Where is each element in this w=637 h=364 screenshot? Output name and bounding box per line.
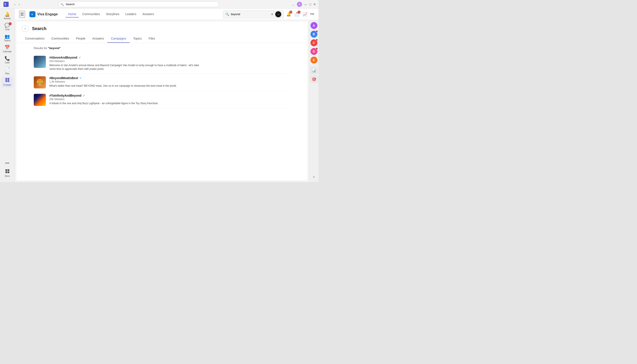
- sidebar-item-engage[interactable]: Engage: [1, 76, 14, 87]
- back-button[interactable]: ‹: [13, 2, 17, 7]
- campaign-info: #BeyondMeatIsBest ✓ 1.3k followers What'…: [49, 76, 290, 88]
- avatar-badge: [316, 48, 318, 50]
- campaign-description: Welcome to Van Arsdel's annual Above and…: [49, 64, 201, 71]
- search-back-button[interactable]: ‹: [22, 25, 29, 32]
- more-options-button[interactable]: •••: [310, 12, 314, 16]
- brand-logo-icon: V: [30, 11, 36, 17]
- sidebar-item-store[interactable]: Store: [1, 168, 14, 178]
- campaign-followers: 1.3k followers: [49, 80, 290, 83]
- beyond-meat-thumbnail: 🍔: [34, 76, 46, 88]
- svg-rect-3: [8, 78, 9, 80]
- svg-rect-8: [6, 172, 7, 173]
- search-tab-files[interactable]: Files: [145, 34, 159, 43]
- campaign-name-row: #BeyondMeatIsBest ✓: [49, 76, 290, 80]
- collapse-sidebar-button[interactable]: «: [311, 173, 316, 180]
- search-tab-communities[interactable]: Communities: [48, 34, 73, 43]
- notifications-button[interactable]: 🔔 12: [285, 11, 292, 18]
- teams-logo-icon: T: [3, 1, 10, 8]
- sidebar-item-files[interactable]: 📄 Files: [1, 66, 14, 76]
- nav-tab-communities[interactable]: Communities: [80, 11, 103, 18]
- close-button[interactable]: ✕: [313, 2, 316, 6]
- avatar[interactable]: A: [297, 2, 302, 7]
- mail-button[interactable]: 📩 5: [294, 11, 300, 18]
- right-icon-2[interactable]: 🎯: [310, 75, 318, 83]
- results-area: Results for "beyond" #AboveAndBeyond ✓: [17, 43, 307, 112]
- maximize-button[interactable]: □: [309, 2, 311, 6]
- results-label: Results for "beyond": [34, 46, 290, 50]
- nav-tab-leaders[interactable]: Leaders: [123, 11, 139, 18]
- hamburger-button[interactable]: ☰: [19, 10, 25, 18]
- nav-tab-answers[interactable]: Answers: [140, 11, 157, 18]
- sidebar-item-label: Store: [5, 175, 10, 177]
- titlebar-navigation: ‹ ›: [13, 2, 21, 7]
- campaign-followers: 534 followers: [49, 60, 290, 63]
- campaign-name: #ToInfinityAndBeyond: [49, 94, 81, 97]
- avatar-icon: A: [310, 22, 317, 29]
- campaign-description: A tribute to the one and only Buzz Light…: [49, 102, 201, 105]
- more-apps-button[interactable]: •••: [4, 159, 11, 167]
- trending-button[interactable]: 📈: [302, 11, 308, 18]
- search-tab-conversations[interactable]: Conversations: [22, 34, 48, 43]
- titlebar-actions: ... A — □ ✕: [292, 2, 316, 7]
- campaign-item[interactable]: #AboveAndBeyond ✓ 534 followers Welcome …: [34, 53, 290, 74]
- chat-badge: 1: [9, 22, 12, 25]
- right-icon-1[interactable]: 📊: [310, 66, 318, 74]
- campaign-info: #AboveAndBeyond ✓ 534 followers Welcome …: [49, 56, 290, 71]
- campaign-item[interactable]: 🍔 #BeyondMeatIsBest ✓ 1.3k followers Wha…: [34, 74, 290, 91]
- target-icon: 🎯: [312, 77, 316, 81]
- search-tab-people[interactable]: People: [73, 34, 89, 43]
- campaign-name: #AboveAndBeyond: [49, 56, 77, 59]
- engage-header: ☰ V Viva Engage Home Communities Storyli…: [15, 9, 318, 20]
- titlebar-search-input[interactable]: [59, 1, 219, 7]
- campaign-name: #BeyondMeatIsBest: [49, 76, 78, 80]
- main-area: ☰ V Viva Engage Home Communities Storyli…: [15, 9, 318, 182]
- right-avatar-1[interactable]: A: [310, 22, 318, 30]
- sidebar-item-label: Files: [5, 72, 10, 75]
- svg-text:T: T: [4, 3, 6, 6]
- header-right: 🔍 ✕ → 🔔 12 📩 5 📈 •••: [223, 10, 314, 18]
- sidebar-item-chat[interactable]: 💬 Chat 1: [1, 22, 14, 32]
- verified-badge-icon: ✓: [79, 56, 81, 59]
- search-tab-topics[interactable]: Topics: [130, 34, 145, 43]
- verified-badge-icon: ✓: [83, 94, 85, 97]
- campaign-info: #ToInfinityAndBeyond ✓ 20k followers A t…: [49, 94, 290, 105]
- search-tab-answers[interactable]: Answers: [89, 34, 108, 43]
- nav-tab-home[interactable]: Home: [66, 11, 79, 18]
- right-avatar-4[interactable]: D: [310, 48, 318, 55]
- minimize-button[interactable]: —: [304, 2, 307, 6]
- campaign-item[interactable]: #ToInfinityAndBeyond ✓ 20k followers A t…: [34, 91, 290, 109]
- sidebar-item-teams[interactable]: 👥 Teams: [1, 32, 14, 43]
- sidebar-item-calendar[interactable]: 📅 Calendar: [1, 44, 14, 54]
- right-avatar-5[interactable]: E: [310, 56, 318, 64]
- engage-icon: [5, 78, 10, 83]
- clear-search-button[interactable]: ✕: [271, 12, 273, 16]
- search-tab-campaigns[interactable]: Campaigns: [107, 34, 130, 43]
- right-avatar-3[interactable]: C: [310, 39, 318, 47]
- forward-button[interactable]: ›: [18, 2, 21, 7]
- sidebar-item-activity[interactable]: 🔔 Activity: [1, 10, 14, 21]
- sidebar-item-label: Activity: [4, 17, 11, 20]
- engage-search-input[interactable]: [231, 12, 269, 16]
- svg-rect-2: [6, 78, 7, 80]
- online-indicator: [300, 5, 302, 7]
- search-title: Search: [32, 26, 47, 31]
- titlebar-search-area: 🔍: [59, 1, 219, 7]
- nav-tab-storylines[interactable]: Storylines: [103, 11, 122, 18]
- infinity-thumbnail: [34, 94, 46, 106]
- sidebar-item-calls[interactable]: 📞 Calls: [1, 54, 14, 65]
- search-submit-button[interactable]: →: [275, 11, 281, 17]
- verified-badge-icon: ✓: [79, 76, 82, 80]
- more-options-button[interactable]: ...: [292, 2, 295, 6]
- right-avatar-2[interactable]: B: [310, 30, 318, 38]
- sidebar-item-label: Teams: [4, 39, 11, 42]
- avatar-badge: [316, 30, 318, 32]
- sidebar-item-label: Calendar: [3, 50, 12, 53]
- teams-icon: 👥: [5, 34, 10, 39]
- notifications-badge: 12: [289, 10, 292, 14]
- svg-rect-6: [6, 169, 7, 171]
- mail-badge: 5: [297, 10, 300, 14]
- files-icon: 📄: [5, 67, 10, 72]
- svg-text:V: V: [31, 13, 33, 16]
- svg-rect-5: [8, 80, 9, 82]
- sidebar-item-label: Engage: [4, 84, 11, 86]
